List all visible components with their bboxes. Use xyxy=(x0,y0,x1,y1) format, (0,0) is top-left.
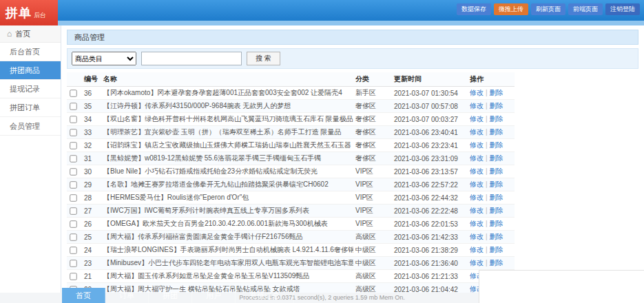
header-name: 名称 xyxy=(101,72,353,87)
delete-link[interactable]: 删除 xyxy=(490,115,503,123)
row-checkbox[interactable] xyxy=(70,247,76,253)
nav-tab-用户[interactable]: 用户 xyxy=(192,288,236,303)
action-button-数据保存[interactable]: 数据保存 xyxy=(457,3,491,15)
action-button-微推上传[interactable]: 微推上传 xyxy=(494,3,528,15)
link-separator: | xyxy=(486,246,488,253)
edit-link[interactable]: 修改 xyxy=(470,233,484,240)
edit-link[interactable]: 修改 xyxy=(470,141,484,149)
row-id: 27 xyxy=(82,205,101,218)
edit-link[interactable]: 修改 xyxy=(470,128,484,136)
search-bar: 商品类目 搜 索 xyxy=(67,48,638,69)
table-row: 33【明理茶艺】宜兴紫砂壶 玉明（拼）（瑞寿双至稀土系）名师手工打造 限量品奢侈… xyxy=(67,126,515,139)
sidebar-item-拼团订单[interactable]: 拼团订单 xyxy=(0,98,61,117)
header-category: 分类 xyxy=(353,72,392,87)
edit-link[interactable]: 修改 xyxy=(470,102,484,109)
edit-link[interactable]: 修改 xyxy=(470,194,484,201)
edit-link[interactable]: 修改 xyxy=(470,89,484,96)
row-checkbox[interactable] xyxy=(70,90,76,96)
sidebar-item-会员管理[interactable]: 会员管理 xyxy=(0,117,61,136)
row-id: 35 xyxy=(82,100,101,113)
table-row: 27【IWC万国】IWC葡萄牙系列计时腕表绅真五线上专享万国多系列表VIP区20… xyxy=(67,205,515,218)
row-name: 【双山名窗】绿色科开普科十州科老机网高山飞翼蓝玛刀骑琉璃玉石库石 限量极品 xyxy=(101,113,353,126)
delete-link[interactable]: 删除 xyxy=(490,259,503,267)
edit-link[interactable]: 修改 xyxy=(470,259,484,267)
delete-link[interactable]: 删除 xyxy=(490,141,503,149)
home-icon: ⌂ xyxy=(7,30,12,38)
row-updated: 2021-03-06 21:04:42 xyxy=(392,283,468,293)
row-id: 32 xyxy=(82,139,101,152)
table-row: 31【黑鲸妮赞】w0819-12黑鲸妮赞 55.6洛翡花翠手镯三手镯缅甸玉石手镯… xyxy=(67,152,515,165)
row-checkbox[interactable] xyxy=(70,273,76,280)
row-checkbox[interactable] xyxy=(70,116,76,123)
link-separator: | xyxy=(486,259,488,267)
row-checkbox[interactable] xyxy=(70,194,76,201)
delete-link[interactable]: 删除 xyxy=(490,220,503,227)
row-checkbox[interactable] xyxy=(70,233,76,240)
row-checkbox[interactable] xyxy=(70,103,76,109)
delete-link[interactable]: 删除 xyxy=(490,167,503,175)
sidebar-item-后台首页[interactable]: 后台首页 xyxy=(0,43,61,61)
row-category: 高级区 xyxy=(353,283,392,293)
row-checkbox[interactable] xyxy=(70,260,76,267)
link-separator: | xyxy=(486,194,488,201)
edit-link[interactable]: 修改 xyxy=(470,220,484,227)
search-button[interactable]: 搜 索 xyxy=(247,52,280,65)
edit-link[interactable]: 修改 xyxy=(470,246,484,253)
delete-link[interactable]: 删除 xyxy=(490,207,503,214)
row-name: 【江诗丹顿】传承系列43150/000P-9684腕表 无款男人的梦想 xyxy=(101,100,353,113)
row-checkbox[interactable] xyxy=(70,155,76,162)
edit-link[interactable]: 修改 xyxy=(470,154,484,162)
edit-link[interactable]: 修改 xyxy=(470,115,484,123)
action-button-刷新页面[interactable]: 刷新页面 xyxy=(531,3,565,15)
sidebar-item-提现记录[interactable]: 提现记录 xyxy=(0,80,61,98)
nav-tab-充值汇总[interactable]: 充值汇总 xyxy=(236,288,294,303)
row-name: 【瑞士浪琴LONGINES】手表璐丽系列时尚男士自动机械腕表 L4.921.4.… xyxy=(101,244,353,257)
row-name: 【周大福】圆玉传承系列如意吊坠足金黄金吊坠玉吊坠V113509甄品 xyxy=(101,270,353,283)
nav-tab-首页[interactable]: 首页 xyxy=(62,288,105,303)
category-select[interactable]: 商品类目 xyxy=(72,52,136,65)
row-checkbox[interactable] xyxy=(70,168,76,175)
nav-tab-订单[interactable]: 订单 xyxy=(105,288,149,303)
delete-link[interactable]: 删除 xyxy=(490,246,503,253)
sidebar-home-label: 首页 xyxy=(15,29,30,39)
delete-link[interactable]: 删除 xyxy=(490,89,503,96)
table-row: 21【周大福】圆玉传承系列如意吊坠足金黄金吊坠玉吊坠V113509甄品高级区20… xyxy=(67,270,515,283)
row-updated: 2021-03-06 23:40:41 xyxy=(392,126,468,139)
action-button-前端页面[interactable]: 前端页面 xyxy=(568,3,603,15)
row-checkbox[interactable] xyxy=(70,142,76,149)
row-checkbox[interactable] xyxy=(70,181,76,188)
edit-link[interactable]: 修改 xyxy=(470,167,484,175)
nav-tab-拼团[interactable]: 拼团 xyxy=(149,288,192,303)
delete-link[interactable]: 删除 xyxy=(490,233,503,240)
delete-link[interactable]: 删除 xyxy=(490,128,503,136)
delete-link[interactable]: 删除 xyxy=(490,154,503,162)
app-logo[interactable]: 拼单 后台 xyxy=(0,0,58,25)
table-row: 23【Minibusev】小巴士代步车四轮老年电动车家用双人电瓶车观光车智能锂电… xyxy=(67,257,515,270)
table-row: 35【江诗丹顿】传承系列43150/000P-9684腕表 无款男人的梦想奢侈区… xyxy=(67,100,515,113)
search-input[interactable] xyxy=(141,52,242,65)
table-row: 36【冈本okamoto】冈本避孕套身孕套超薄001正品套套003安全套002 … xyxy=(67,87,515,100)
row-name: 【Minibusev】小巴士代步车四轮老年电动车家用双人电瓶车观光车智能锂电池车… xyxy=(101,257,353,270)
row-category: 奢侈区 xyxy=(353,113,392,126)
row-checkbox[interactable] xyxy=(70,207,76,214)
delete-link[interactable]: 删除 xyxy=(490,180,503,188)
action-button-注销登陆[interactable]: 注销登陆 xyxy=(605,3,640,15)
delete-link[interactable]: 删除 xyxy=(490,102,503,109)
edit-link[interactable]: 修改 xyxy=(470,207,484,214)
row-id: 23 xyxy=(82,257,101,270)
row-checkbox[interactable] xyxy=(70,220,76,227)
row-updated: 2021-03-07 00:57:08 xyxy=(392,100,468,113)
row-category: 奢侈区 xyxy=(353,100,392,113)
row-category: VIP区 xyxy=(353,178,392,191)
sidebar-home[interactable]: ⌂ 首页 xyxy=(0,25,61,43)
row-name: 【周大福】传承系列福禧富贵圆满足金黄金手镯计仔F216756甄品 xyxy=(101,231,353,244)
row-id: 25 xyxy=(82,231,101,244)
edit-link[interactable]: 修改 xyxy=(470,180,484,188)
sidebar-item-拼团商品[interactable]: 拼团商品 xyxy=(0,61,61,80)
row-category: 奢侈区 xyxy=(353,152,392,165)
delete-link[interactable]: 删除 xyxy=(490,194,503,201)
row-name: 【黑鲸妮赞】w0819-12黑鲸妮赞 55.6洛翡花翠手镯三手镯缅甸玉石手镯 xyxy=(101,152,353,165)
row-checkbox[interactable] xyxy=(70,129,76,136)
row-category: 中级区 xyxy=(353,244,392,257)
row-updated: 2021-03-06 22:01:53 xyxy=(392,218,468,231)
